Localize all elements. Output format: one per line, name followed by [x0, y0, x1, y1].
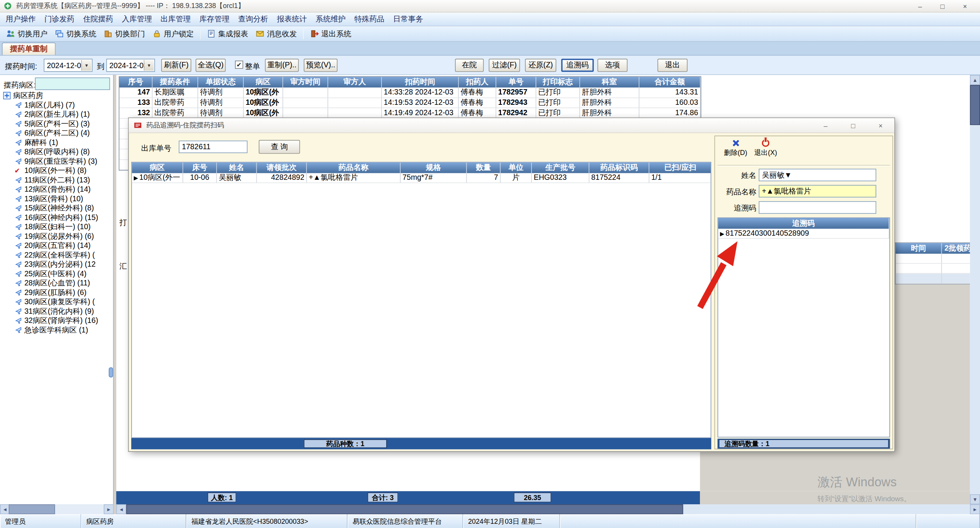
- column-header-0[interactable]: 序号: [119, 77, 153, 88]
- filter-button[interactable]: 过滤(F): [489, 59, 520, 72]
- restore-button[interactable]: 还原(Z): [525, 59, 556, 72]
- close-button[interactable]: ×: [954, 0, 976, 11]
- menu-item-3[interactable]: 入库管理: [117, 13, 156, 26]
- tree-item-6[interactable]: 9病区(重症医学科) (3): [0, 157, 113, 166]
- tree-item-14[interactable]: 19病区(泌尿外科) (6): [0, 232, 113, 241]
- column-header-9[interactable]: 打印标志: [536, 77, 580, 88]
- menu-item-5[interactable]: 库存管理: [195, 13, 234, 26]
- menu-item-6[interactable]: 查询分析: [234, 13, 272, 26]
- menu-item-4[interactable]: 出库管理: [156, 13, 195, 26]
- scrollbar-thumb[interactable]: [970, 85, 980, 125]
- tree-item-13[interactable]: 18病区(妇科一) (10): [0, 222, 113, 231]
- menu-item-1[interactable]: 门诊发药: [40, 13, 79, 26]
- tree-item-7[interactable]: ✔10病区(外一科) (8): [0, 166, 113, 175]
- menu-item-9[interactable]: 特殊药品: [350, 13, 389, 26]
- column-header-3[interactable]: 请领批次: [257, 163, 307, 173]
- column-header-10[interactable]: 已扫/应扫: [649, 163, 711, 173]
- scroll-right-icon[interactable]: ►: [104, 504, 114, 514]
- menu-item-7[interactable]: 报表统计: [272, 13, 311, 26]
- column-header-4[interactable]: 审方时间: [283, 77, 328, 88]
- tree-root[interactable]: 病区药房: [0, 91, 113, 100]
- toolbar-button-0[interactable]: 切换用户: [3, 27, 51, 40]
- dialog-minimize-button[interactable]: –: [817, 122, 835, 129]
- column-header-11[interactable]: 合计金额: [639, 77, 701, 88]
- hidden-button-fragment[interactable]: 汇: [119, 261, 127, 272]
- in-hospital-button[interactable]: 在院: [455, 59, 484, 72]
- table-row[interactable]: [896, 274, 970, 284]
- table-row[interactable]: 132出院带药待调剂10病区(外14:19:49 2024-12-03傅春梅17…: [119, 108, 701, 119]
- tree-item-19[interactable]: 28病区(心血管) (11): [0, 279, 113, 288]
- drug-name-input[interactable]: +▲氯吡格雷片: [759, 185, 876, 197]
- table-row[interactable]: 147长期医嘱待调剂10病区(外14:33:28 2024-12-03傅春梅17…: [119, 88, 701, 98]
- toolbar-button-2[interactable]: 切换部门: [100, 27, 148, 40]
- tree-item-2[interactable]: 5病区(产科一区) (3): [0, 119, 113, 129]
- menu-item-0[interactable]: 用户操作: [1, 13, 40, 26]
- chevron-down-icon[interactable]: ▼: [144, 60, 154, 71]
- maximize-button[interactable]: □: [931, 0, 954, 11]
- tree-item-1[interactable]: 2病区(新生儿科) (1): [0, 110, 113, 119]
- toolbar-button-5[interactable]: 消息收发: [252, 27, 300, 40]
- column-header-0[interactable]: 时间: [896, 243, 942, 254]
- column-header-7[interactable]: 单位: [501, 163, 532, 173]
- toolbar-button-1[interactable]: 切换系统: [51, 27, 100, 40]
- toolbar-button-6[interactable]: 退出系统: [306, 27, 355, 40]
- table-row[interactable]: 133出院带药待调剂10病区(外14:19:53 2024-12-03傅春梅17…: [119, 98, 701, 108]
- tree-item-17[interactable]: 23病区(内分泌科) (12: [0, 260, 113, 269]
- tree-item-5[interactable]: 8病区(呼吸内科) (8): [0, 147, 113, 156]
- column-header-1[interactable]: 2批领药: [942, 243, 970, 254]
- tree-item-23[interactable]: 32病区(肾病学科) (16): [0, 316, 113, 325]
- menu-item-10[interactable]: 日常事务: [389, 13, 427, 26]
- select-all-button[interactable]: 全选(Q): [196, 59, 225, 72]
- column-header-8[interactable]: 单号: [496, 77, 536, 88]
- column-header-0[interactable]: 追溯码: [718, 218, 890, 229]
- scroll-left-icon[interactable]: ◄: [116, 504, 126, 514]
- minimize-button[interactable]: –: [909, 0, 931, 11]
- tree-item-10[interactable]: 13病区(骨科) (10): [0, 194, 113, 204]
- tree-item-21[interactable]: 30病区(康复医学科) (: [0, 297, 113, 306]
- dialog-maximize-button[interactable]: □: [845, 122, 862, 129]
- trace-code-button[interactable]: 追溯码: [561, 59, 594, 72]
- exit-button[interactable]: 退出: [657, 59, 687, 72]
- tree-item-11[interactable]: 15病区(神经外科) (8): [0, 204, 113, 213]
- tree-item-22[interactable]: 31病区(消化内科) (9): [0, 307, 113, 316]
- tree-item-9[interactable]: 12病区(骨伤科) (14): [0, 185, 113, 194]
- date-from-picker[interactable]: 2024-12-03 ▼: [44, 59, 92, 72]
- table-row[interactable]: [896, 254, 970, 264]
- tree-item-8[interactable]: 11病区(外二科) (13): [0, 176, 113, 185]
- patient-select[interactable]: 吴丽敏 ▼: [759, 169, 876, 181]
- column-header-8[interactable]: 生产批号: [532, 163, 589, 173]
- tree-item-4[interactable]: 麻醉科 (1): [0, 138, 113, 147]
- toolbar-button-3[interactable]: 用户锁定: [149, 27, 197, 40]
- column-header-0[interactable]: 病区: [132, 163, 183, 173]
- tree-item-15[interactable]: 20病区(五官科) (14): [0, 241, 113, 250]
- tree-item-16[interactable]: 22病区(全科医学科) (: [0, 251, 113, 260]
- column-header-2[interactable]: 单据状态: [198, 77, 244, 88]
- menu-item-8[interactable]: 系统维护: [311, 13, 350, 26]
- table-row[interactable]: [896, 264, 970, 274]
- date-to-picker[interactable]: 2024-12-03 ▼: [106, 59, 155, 72]
- scrollbar-thumb[interactable]: [9, 504, 55, 514]
- column-header-5[interactable]: 审方人: [328, 77, 382, 88]
- table-row[interactable]: ▶10病区(外一10-06吴丽敏42824892+▲氯吡格雷片75mg*7#7片…: [132, 173, 711, 183]
- chevron-down-icon[interactable]: ▼: [81, 60, 91, 71]
- column-header-6[interactable]: 数量: [467, 163, 501, 173]
- tree-scrollbar-thumb[interactable]: [109, 367, 113, 377]
- toolbar-button-4[interactable]: 集成报表: [203, 27, 252, 40]
- chevron-down-icon[interactable]: ▼: [784, 171, 792, 179]
- refresh-button[interactable]: 刷新(F): [161, 59, 191, 72]
- outbound-no-input[interactable]: 1782611: [179, 140, 248, 153]
- menu-item-2[interactable]: 住院摆药: [79, 13, 117, 26]
- column-header-6[interactable]: 扣药时间: [382, 77, 459, 88]
- column-header-1[interactable]: 摆药条件: [153, 77, 198, 88]
- preview-button[interactable]: 预览(V)..: [304, 59, 338, 72]
- scroll-right-icon[interactable]: ►: [970, 504, 980, 514]
- column-header-7[interactable]: 扣药人: [459, 77, 496, 88]
- tree-item-20[interactable]: 29病区(肛肠科) (6): [0, 288, 113, 297]
- column-header-1[interactable]: 床号: [183, 163, 217, 173]
- scrollbar-thumb[interactable]: [126, 504, 683, 514]
- options-button[interactable]: 选项: [597, 59, 627, 72]
- scroll-down-icon[interactable]: ▼: [970, 494, 980, 504]
- trace-code-input[interactable]: [759, 201, 876, 214]
- column-header-4[interactable]: 药品名称: [307, 163, 401, 173]
- query-button[interactable]: 查 询: [259, 140, 300, 154]
